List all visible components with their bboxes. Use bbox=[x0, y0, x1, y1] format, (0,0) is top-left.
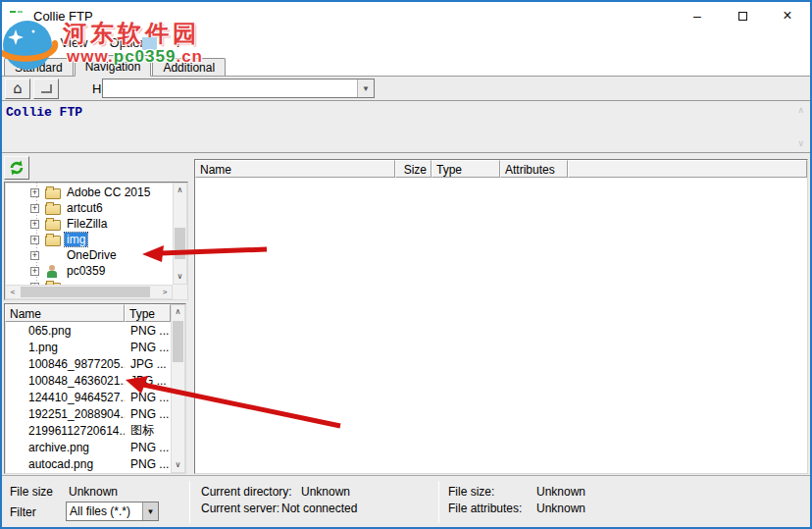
file-type: PNG ... bbox=[125, 341, 171, 354]
file-row[interactable]: archive.pngPNG ... bbox=[5, 439, 171, 455]
current-directory-value: Unknown bbox=[301, 485, 350, 499]
corner-button[interactable] bbox=[33, 79, 59, 99]
file-type: PNG ... bbox=[125, 391, 171, 404]
cloud-icon bbox=[45, 249, 61, 262]
column-header-name[interactable]: Name bbox=[195, 160, 395, 178]
close-button[interactable]: × bbox=[765, 2, 810, 29]
file-row[interactable]: 1.pngPNG ... bbox=[5, 339, 171, 355]
tree-item-pc0359[interactable]: +pc0359 bbox=[5, 263, 173, 279]
local-list-rows: 065.pngPNG ...1.pngPNG ...100846_9877205… bbox=[5, 322, 171, 473]
filter-label: Filter bbox=[10, 505, 36, 519]
scroll-right-icon[interactable]: > bbox=[158, 288, 172, 296]
current-server-value: Not connected bbox=[281, 502, 357, 515]
tree-item-filezilla[interactable]: +FileZilla bbox=[5, 216, 173, 232]
tree-hscroll-thumb[interactable] bbox=[21, 287, 150, 297]
file-name: 1.png bbox=[5, 341, 125, 354]
expand-plus-icon[interactable]: + bbox=[30, 204, 39, 213]
scroll-left-icon[interactable]: < bbox=[6, 288, 20, 296]
tree-horizontal-scrollbar[interactable]: < > bbox=[5, 285, 173, 299]
scroll-down-icon[interactable]: ∨ bbox=[174, 270, 186, 284]
file-name: 192251_2088904... bbox=[5, 407, 125, 421]
scroll-up-icon[interactable]: ∧ bbox=[172, 305, 184, 319]
tree-rows: +Adobe CC 2015+artcut6+FileZilla+img+One… bbox=[5, 183, 173, 285]
minimize-button[interactable]: – bbox=[675, 2, 720, 29]
remote-file-panel: NameSizeTypeAttributes bbox=[194, 159, 808, 474]
expand-plus-icon[interactable]: + bbox=[30, 267, 39, 276]
file-row[interactable]: 21996112720614...图标 bbox=[5, 422, 171, 439]
file-row[interactable]: 192251_2088904...PNG ... bbox=[5, 405, 171, 422]
file-attributes-label: File attributes: bbox=[448, 502, 522, 515]
file-type: PNG ... bbox=[125, 441, 171, 454]
expand-plus-icon[interactable]: + bbox=[30, 188, 39, 197]
tree-item-label: img bbox=[65, 233, 87, 246]
menu-item-view[interactable]: View bbox=[50, 31, 99, 54]
history-dropdown-button[interactable]: ▼ bbox=[357, 79, 374, 97]
scroll-up-icon[interactable]: ∧ bbox=[174, 184, 186, 197]
column-header-type[interactable]: Type bbox=[431, 160, 500, 178]
file-row[interactable]: autocad.pngPNG ... bbox=[5, 455, 171, 472]
scroll-down-icon[interactable]: ∨ bbox=[172, 458, 184, 472]
file-type: JPG ... bbox=[125, 374, 171, 388]
tree-item-label: OneDrive bbox=[65, 248, 119, 262]
filter-dropdown-button[interactable]: ▼ bbox=[142, 503, 158, 520]
refresh-button[interactable] bbox=[4, 156, 29, 180]
tree-vertical-scrollbar[interactable]: ∧ ∨ bbox=[173, 183, 187, 285]
local-list-vertical-scrollbar[interactable]: ∧ ∨ bbox=[171, 304, 185, 473]
window-title: Collie FTP bbox=[33, 9, 93, 24]
local-list-header: Name Type bbox=[5, 304, 171, 322]
corner-bracket-icon bbox=[41, 84, 52, 93]
file-name: autocad.png bbox=[5, 457, 125, 471]
tree-item-label: Adobe CC 2015 bbox=[65, 185, 152, 199]
file-row[interactable]: 065.pngPNG ... bbox=[5, 322, 171, 339]
tab-navigation[interactable]: Navigation bbox=[75, 55, 152, 77]
main-area: +Adobe CC 2015+artcut6+FileZilla+img+One… bbox=[2, 153, 810, 475]
log-scroll-up-icon[interactable]: ∧ bbox=[797, 105, 804, 115]
folder-icon bbox=[45, 220, 61, 231]
maximize-button[interactable] bbox=[720, 2, 765, 29]
column-header-attributes[interactable]: Attributes bbox=[500, 160, 568, 178]
column-header-name[interactable]: Name bbox=[5, 304, 125, 322]
file-name: 100848_4636021... bbox=[5, 374, 125, 388]
local-file-list: Name Type 065.pngPNG ...1.pngPNG ...1008… bbox=[4, 303, 186, 474]
menu-item-options[interactable]: Options bbox=[99, 31, 165, 54]
column-header-size[interactable]: Size bbox=[395, 160, 431, 178]
file-row[interactable]: 100846_9877205...JPG ... bbox=[5, 355, 171, 372]
tree-item-label: FileZilla bbox=[65, 217, 109, 231]
remote-file-size-value: Unknown bbox=[536, 485, 585, 499]
remote-list-body[interactable] bbox=[195, 178, 807, 473]
filter-combobox[interactable]: All files (*.*) ▼ bbox=[66, 502, 159, 521]
tab-additional[interactable]: Additional bbox=[152, 58, 226, 76]
file-attributes-value: Unknown bbox=[536, 502, 585, 515]
file-name: 21996112720614... bbox=[5, 424, 125, 438]
window-controls: – × bbox=[675, 2, 810, 29]
log-scroll-down-icon[interactable]: ∨ bbox=[797, 138, 804, 148]
folder-icon bbox=[45, 204, 61, 215]
status-divider bbox=[189, 481, 190, 523]
scrollbar-corner bbox=[173, 285, 187, 299]
app-icon bbox=[10, 9, 25, 23]
history-combobox[interactable]: ▼ bbox=[102, 79, 375, 98]
remote-file-size-label: File size: bbox=[448, 485, 494, 499]
expand-plus-icon[interactable]: + bbox=[30, 220, 39, 229]
file-name: 124410_9464527... bbox=[5, 391, 125, 404]
tree-item-img[interactable]: +img bbox=[5, 232, 173, 247]
expand-plus-icon[interactable]: + bbox=[30, 236, 39, 244]
tree-item-adobe-cc-2015[interactable]: +Adobe CC 2015 bbox=[5, 185, 173, 200]
home-button[interactable]: ⌂ bbox=[5, 79, 30, 99]
tab-standard[interactable]: Standard bbox=[4, 58, 74, 76]
local-vscroll-thumb[interactable] bbox=[173, 321, 183, 362]
column-header-type[interactable]: Type bbox=[125, 304, 171, 322]
menu-item-help[interactable]: ? bbox=[164, 31, 192, 54]
menu-item-ftp[interactable]: FTP bbox=[4, 31, 50, 54]
status-bar: File size Unknown Filter All files (*.*)… bbox=[2, 475, 810, 529]
file-row[interactable]: 124410_9464527...PNG ... bbox=[5, 389, 171, 405]
tree-item-onedrive[interactable]: +OneDrive bbox=[5, 247, 173, 263]
file-row[interactable]: 100848_4636021...JPG ... bbox=[5, 372, 171, 389]
tree-item-artcut6[interactable]: +artcut6 bbox=[5, 200, 173, 216]
tree-vscroll-thumb[interactable] bbox=[175, 228, 185, 259]
expand-plus-icon[interactable]: + bbox=[30, 251, 39, 260]
history-combobox-value bbox=[103, 79, 357, 97]
file-name: archive.png bbox=[5, 441, 125, 454]
filter-combobox-value: All files (*.*) bbox=[67, 503, 142, 520]
close-icon: × bbox=[783, 7, 791, 25]
